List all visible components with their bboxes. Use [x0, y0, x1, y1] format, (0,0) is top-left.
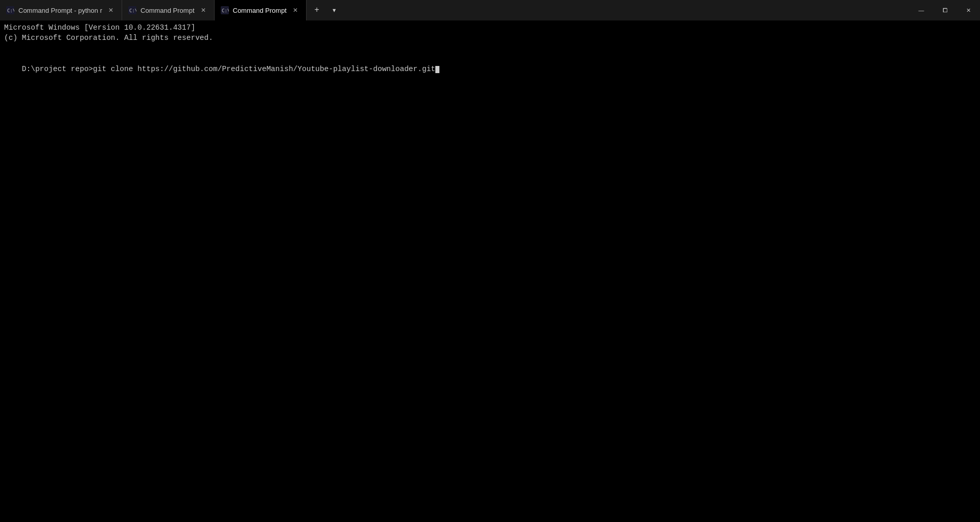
tab-cmd-2[interactable]: C:\ Command Prompt ✕ [122, 0, 214, 20]
close-button[interactable]: ✕ [956, 0, 980, 20]
terminal-line-1: Microsoft Windows [Version 10.0.22631.43… [4, 22, 976, 33]
window-controls: — ⧠ ✕ [909, 0, 980, 20]
terminal-line-3 [4, 43, 976, 54]
cmd-icon-3: C:\ [221, 6, 229, 14]
svg-text:C:\: C:\ [7, 8, 14, 13]
tab-label-1: Command Prompt - python r [18, 7, 102, 14]
new-tab-button[interactable]: + [309, 2, 325, 18]
cmd-icon-1: C:\ [6, 6, 14, 14]
svg-text:C:\: C:\ [222, 8, 229, 13]
cmd-icon-2: C:\ [128, 6, 136, 14]
tab-cmd-python[interactable]: C:\ Command Prompt - python r ✕ [0, 0, 122, 20]
terminal-command-line: D:\project repo>git clone https://github… [4, 54, 976, 85]
tab-close-3[interactable]: ✕ [291, 6, 300, 15]
tab-actions: + ▾ [307, 0, 344, 20]
terminal-line-2: (c) Microsoft Corporation. All rights re… [4, 33, 976, 43]
maximize-button[interactable]: ⧠ [933, 0, 956, 20]
terminal-command: git clone https://github.com/PredictiveM… [93, 65, 435, 73]
terminal-body[interactable]: Microsoft Windows [Version 10.0.22631.43… [0, 20, 980, 522]
tab-close-1[interactable]: ✕ [106, 6, 115, 15]
terminal-prompt: D:\project repo> [22, 65, 93, 73]
terminal-cursor [435, 66, 439, 73]
title-bar: C:\ Command Prompt - python r ✕ C:\ Comm… [0, 0, 980, 20]
tab-cmd-3[interactable]: C:\ Command Prompt ✕ [215, 0, 307, 20]
tab-dropdown-button[interactable]: ▾ [326, 2, 342, 18]
minimize-button[interactable]: — [909, 0, 933, 20]
tab-label-2: Command Prompt [141, 7, 194, 14]
tab-close-2[interactable]: ✕ [199, 6, 208, 15]
svg-text:C:\: C:\ [129, 8, 136, 13]
tab-label-3: Command Prompt [233, 7, 287, 14]
